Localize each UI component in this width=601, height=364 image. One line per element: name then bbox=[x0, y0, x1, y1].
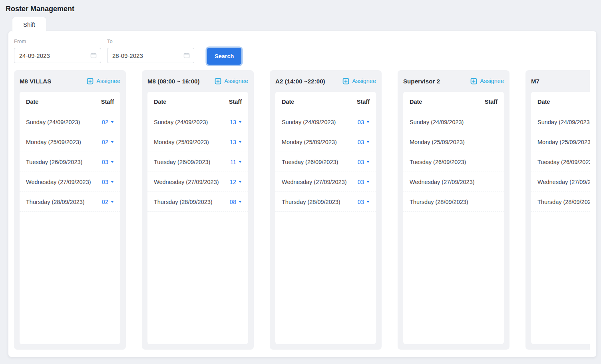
shift-card: M8 VILLAS Assignee Date Staff Sunday (24… bbox=[14, 70, 126, 350]
shift-row-date: Tuesday (26/09/2023) bbox=[537, 159, 594, 165]
shift-card-header: M7 Assignee bbox=[531, 70, 596, 92]
shift-row: Wednesday (27/09/2023) 12 bbox=[147, 172, 248, 192]
shift-table-rows: Sunday (24/09/2023) 13 Monday (25/09/202… bbox=[147, 112, 248, 212]
search-button[interactable]: Search bbox=[207, 48, 241, 65]
shift-card-title: M8 (08:00 ~ 16:00) bbox=[147, 78, 200, 85]
to-date-input[interactable] bbox=[107, 48, 194, 63]
shift-columns-scroller[interactable]: M8 VILLAS Assignee Date Staff Sunday (24… bbox=[8, 70, 596, 350]
shift-row-date: Wednesday (27/09/2023) bbox=[154, 179, 219, 185]
staff-count-dropdown[interactable]: 08 bbox=[230, 199, 242, 205]
caret-down-icon bbox=[366, 181, 370, 183]
caret-down-icon bbox=[239, 201, 242, 203]
from-label: From bbox=[14, 38, 101, 45]
date-column-header: Date bbox=[537, 99, 550, 105]
shift-row: Thursday (28/09/2023) bbox=[531, 192, 596, 212]
shift-row: Tuesday (26/09/2023) bbox=[531, 152, 596, 172]
staff-column-header: Staff bbox=[229, 99, 242, 105]
staff-column-header: Staff bbox=[485, 99, 498, 105]
staff-count-dropdown[interactable]: 12 bbox=[230, 179, 242, 185]
caret-down-icon bbox=[366, 121, 370, 123]
add-assignee-button[interactable]: Assignee bbox=[215, 78, 248, 85]
shift-row: Monday (25/09/2023) bbox=[403, 132, 504, 152]
shift-table-rows: Sunday (24/09/2023) Monday (25/09/2023) … bbox=[403, 112, 504, 212]
staff-count-dropdown[interactable]: 02 bbox=[102, 199, 114, 205]
staff-count-dropdown[interactable]: 03 bbox=[102, 159, 114, 165]
caret-down-icon bbox=[239, 121, 242, 123]
staff-count-dropdown[interactable]: 02 bbox=[102, 139, 114, 145]
shift-row: Monday (25/09/2023) 03 bbox=[275, 132, 376, 152]
staff-count-dropdown[interactable]: 13 bbox=[230, 139, 242, 145]
shift-row-date: Monday (25/09/2023) bbox=[26, 139, 81, 145]
caret-down-icon bbox=[239, 161, 242, 163]
staff-count-dropdown[interactable]: 13 bbox=[230, 119, 242, 125]
shift-row: Tuesday (26/09/2023) 11 bbox=[147, 152, 248, 172]
shift-row: Thursday (28/09/2023) bbox=[403, 192, 504, 212]
add-assignee-button[interactable]: Assignee bbox=[342, 78, 376, 85]
shift-table-header: Date Staff bbox=[403, 92, 504, 112]
caret-down-icon bbox=[111, 161, 114, 163]
caret-down-icon bbox=[366, 201, 370, 203]
staff-count-dropdown[interactable]: 03 bbox=[358, 139, 370, 145]
add-assignee-label: Assignee bbox=[480, 78, 504, 84]
shift-card-header: A2 (14:00 ~22:00) Assignee bbox=[275, 70, 376, 92]
staff-count-dropdown[interactable]: 03 bbox=[358, 179, 370, 185]
date-column-header: Date bbox=[154, 99, 166, 105]
shift-card: M8 (08:00 ~ 16:00) Assignee Date Staff S… bbox=[142, 70, 254, 350]
shift-row-date: Thursday (28/09/2023) bbox=[410, 199, 468, 205]
shift-table-rows: Sunday (24/09/2023) 02 Monday (25/09/202… bbox=[20, 112, 120, 212]
shift-row: Wednesday (27/09/2023) bbox=[403, 172, 504, 192]
shift-row-date: Wednesday (27/09/2023) bbox=[282, 179, 347, 185]
staff-count-dropdown[interactable]: 02 bbox=[102, 119, 114, 125]
shift-row-date: Tuesday (26/09/2023) bbox=[26, 159, 82, 165]
shift-card: A2 (14:00 ~22:00) Assignee Date Staff Su… bbox=[270, 70, 382, 350]
add-assignee-label: Assignee bbox=[352, 78, 376, 84]
tab-bar: Shift bbox=[12, 17, 597, 31]
shift-row: Thursday (28/09/2023) 02 bbox=[20, 192, 120, 212]
shift-row: Monday (25/09/2023) 02 bbox=[20, 132, 120, 152]
shift-table: Date Staff Sunday (24/09/2023) Monday (2… bbox=[403, 92, 504, 344]
staff-count-value: 12 bbox=[230, 179, 236, 185]
caret-down-icon bbox=[111, 201, 114, 203]
staff-count-value: 11 bbox=[230, 159, 236, 165]
shift-row-date: Thursday (28/09/2023) bbox=[26, 199, 85, 205]
shift-row: Wednesday (27/09/2023) 03 bbox=[275, 172, 376, 192]
filter-bar: From To bbox=[8, 38, 596, 63]
add-assignee-button[interactable]: Assignee bbox=[470, 78, 504, 85]
staff-count-dropdown[interactable]: 11 bbox=[230, 159, 242, 165]
staff-count-value: 03 bbox=[358, 199, 364, 205]
shift-card-title: M8 VILLAS bbox=[20, 78, 51, 85]
shift-card-header: M8 VILLAS Assignee bbox=[20, 70, 120, 92]
from-date-input[interactable] bbox=[14, 48, 101, 63]
staff-count-value: 03 bbox=[102, 159, 108, 165]
shift-row-date: Sunday (24/09/2023) bbox=[282, 119, 336, 125]
tab-shift[interactable]: Shift bbox=[12, 17, 46, 32]
shift-table-header: Date Staff bbox=[531, 92, 596, 112]
shift-row: Sunday (24/09/2023) 02 bbox=[20, 112, 120, 132]
shift-row-date: Monday (25/09/2023) bbox=[282, 139, 337, 145]
staff-count-dropdown[interactable]: 03 bbox=[358, 159, 370, 165]
shift-row: Monday (25/09/2023) bbox=[531, 132, 596, 152]
staff-count-value: 02 bbox=[102, 199, 108, 205]
shift-row: Wednesday (27/09/2023) bbox=[531, 172, 596, 192]
caret-down-icon bbox=[239, 141, 242, 143]
shift-row: Monday (25/09/2023) 13 bbox=[147, 132, 248, 152]
shift-row-date: Wednesday (27/09/2023) bbox=[26, 179, 91, 185]
staff-count-dropdown[interactable]: 03 bbox=[358, 119, 370, 125]
staff-count-dropdown[interactable]: 03 bbox=[358, 199, 370, 205]
shift-table-header: Date Staff bbox=[275, 92, 376, 112]
add-assignee-button[interactable]: Assignee bbox=[87, 78, 120, 85]
page: Roster Management Shift From bbox=[0, 4, 601, 357]
to-label: To bbox=[107, 38, 194, 45]
shift-table-header: Date Staff bbox=[20, 92, 120, 112]
staff-count-value: 03 bbox=[102, 179, 108, 185]
shift-row-date: Thursday (28/09/2023) bbox=[282, 199, 340, 205]
date-column-header: Date bbox=[282, 99, 294, 105]
staff-count-value: 03 bbox=[358, 179, 364, 185]
plus-square-icon bbox=[342, 78, 349, 85]
staff-count-value: 03 bbox=[358, 159, 364, 165]
staff-count-value: 13 bbox=[230, 119, 236, 125]
staff-column-header: Staff bbox=[101, 99, 114, 105]
staff-count-dropdown[interactable]: 03 bbox=[102, 179, 114, 185]
shift-row: Thursday (28/09/2023) 08 bbox=[147, 192, 248, 212]
shift-row: Sunday (24/09/2023) bbox=[531, 112, 596, 132]
